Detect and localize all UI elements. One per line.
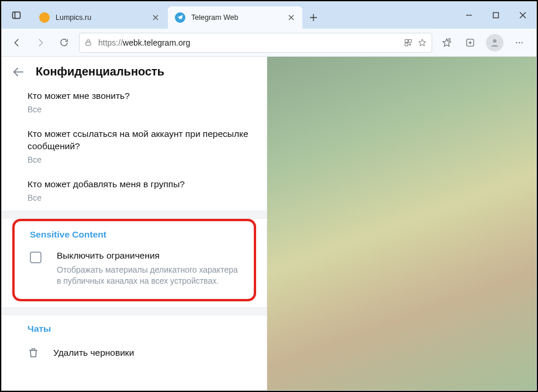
toolbar: https://webk.telegram.org (2, 29, 536, 57)
checkbox-description: Отображать материалы деликатного характе… (57, 264, 241, 287)
favicon-lumpics (39, 12, 50, 23)
new-tab-button[interactable] (304, 6, 323, 29)
tab-lumpics[interactable]: Lumpics.ru (32, 6, 167, 29)
favicon-telegram (175, 12, 185, 23)
forward-button[interactable] (29, 31, 52, 54)
svg-rect-3 (494, 13, 499, 18)
chat-background (267, 57, 536, 390)
checkbox-label: Выключить ограничения (57, 250, 241, 261)
close-tab-button[interactable] (150, 12, 161, 23)
url-text: https://webk.telegram.org (98, 38, 190, 47)
delete-drafts-label: Удалить черновики (53, 348, 134, 358)
disable-restrictions-row[interactable]: Выключить ограничения Отображать материа… (15, 245, 254, 298)
disable-restrictions-checkbox[interactable] (30, 252, 42, 263)
delete-drafts-row[interactable]: Удалить черновики (2, 339, 267, 367)
extensions-icon[interactable] (403, 38, 413, 47)
svg-rect-5 (405, 39, 408, 42)
svg-rect-4 (86, 42, 91, 45)
lock-icon (84, 39, 92, 47)
sensitive-content-header: Sensitive Content (15, 221, 254, 245)
setting-value: Все (27, 193, 254, 202)
favorites-button[interactable] (436, 32, 458, 54)
settings-panel: Конфиденциальность Кто может мне звонить… (2, 57, 267, 390)
favorite-star-icon[interactable] (418, 38, 427, 47)
section-divider (2, 211, 267, 219)
setting-groups[interactable]: Кто может добавлять меня в группы? Все (2, 173, 267, 211)
section-divider (2, 307, 267, 315)
minimize-button[interactable] (456, 2, 482, 29)
profile-avatar[interactable] (486, 34, 503, 51)
content-area: Конфиденциальность Кто может мне звонить… (2, 57, 536, 390)
tab-telegram[interactable]: Telegram Web (168, 6, 302, 29)
refresh-button[interactable] (52, 31, 75, 54)
setting-label: Кто может добавлять меня в группы? (27, 178, 254, 191)
panel-back-button[interactable] (12, 66, 25, 78)
chats-header: Чаты (2, 315, 267, 339)
tab-actions-button[interactable] (5, 2, 27, 29)
browser-window: Lumpics.ru Telegram Web (1, 1, 537, 391)
setting-calls[interactable]: Кто может мне звонить? Все (2, 84, 267, 122)
sensitive-content-highlight: Sensitive Content Выключить ограничения … (12, 219, 256, 301)
page-title: Конфиденциальность (36, 65, 164, 78)
titlebar: Lumpics.ru Telegram Web (2, 2, 536, 29)
collections-button[interactable] (459, 32, 481, 54)
svg-rect-7 (405, 43, 408, 46)
svg-point-14 (522, 42, 523, 43)
tab-title: Telegram Web (191, 13, 286, 22)
maximize-button[interactable] (482, 2, 509, 29)
setting-value: Все (27, 105, 254, 114)
svg-rect-0 (13, 12, 20, 19)
svg-rect-6 (409, 39, 412, 42)
svg-point-12 (516, 42, 517, 43)
tab-strip: Lumpics.ru Telegram Web (27, 2, 456, 29)
address-bar[interactable]: https://webk.telegram.org (79, 33, 432, 53)
svg-point-13 (519, 42, 520, 43)
close-tab-button[interactable] (286, 12, 296, 23)
tab-title: Lumpics.ru (56, 13, 150, 22)
close-window-button[interactable] (509, 2, 536, 29)
setting-forwarding[interactable]: Кто может ссылаться на мой аккаунт при п… (2, 122, 267, 173)
svg-point-11 (493, 39, 496, 43)
menu-button[interactable] (508, 32, 530, 54)
setting-value: Все (27, 155, 254, 164)
back-button[interactable] (5, 31, 29, 54)
setting-label: Кто может мне звонить? (27, 90, 254, 102)
trash-icon (27, 347, 39, 359)
setting-label: Кто может ссылаться на мой аккаунт при п… (27, 128, 254, 153)
